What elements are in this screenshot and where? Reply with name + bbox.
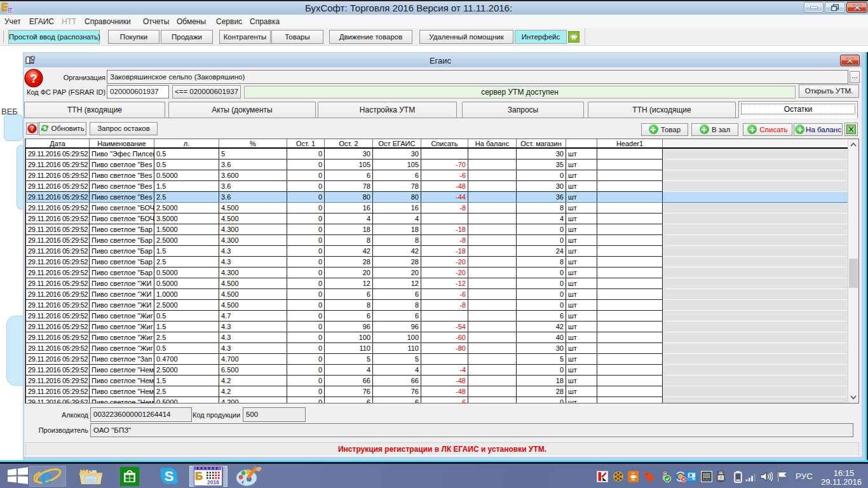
svg-text:S: S bbox=[165, 468, 174, 484]
svg-text:e: e bbox=[40, 466, 52, 486]
svg-text:?: ? bbox=[30, 72, 37, 85]
svg-text:16: 16 bbox=[8, 8, 13, 13]
svg-text:?: ? bbox=[30, 125, 34, 132]
svg-text:Б: Б bbox=[195, 470, 203, 482]
svg-text:2016: 2016 bbox=[207, 479, 219, 485]
